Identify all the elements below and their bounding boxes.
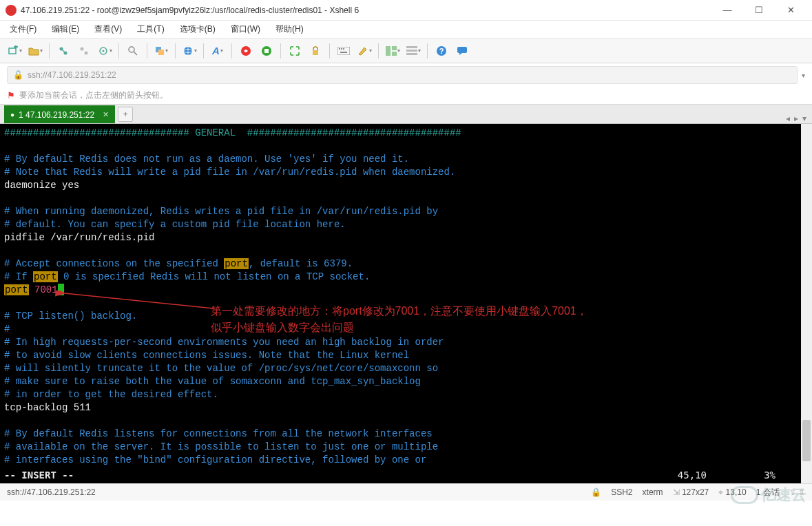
status-termtype: xterm [643,487,663,497]
lock-icon: 🔓 [13,70,23,80]
svg-text:?: ? [439,47,444,55]
menu-bar: 文件(F) 编辑(E) 查看(V) 工具(T) 选项卡(B) 窗口(W) 帮助(… [0,21,812,39]
layout-button[interactable] [384,42,402,60]
highlight-button[interactable] [355,42,373,60]
properties-button[interactable] [96,42,114,60]
svg-rect-23 [341,48,342,50]
tab-menu-icon[interactable]: ▾ [802,114,806,123]
disconnect-button[interactable] [75,42,93,60]
script-run-button[interactable] [237,42,255,60]
toolbar-separator [175,43,176,59]
status-size: 127x27 [682,487,709,497]
svg-point-6 [81,47,84,50]
svg-rect-19 [264,49,269,53]
script-stop-button[interactable] [258,42,275,60]
hint-bar: ⚑ 要添加当前会话，点击左侧的箭头按钮。 [0,87,812,105]
toolbar: A ? [0,39,812,63]
toolbar-separator [49,43,50,59]
menu-edit[interactable]: 编辑(E) [52,23,79,35]
annotation-text: 第一处需要修改的地方：将port修改为7001，注意不要使用小键盘输入7001，… [211,303,658,336]
status-caps: ⇪ ⇭ [789,487,805,497]
close-button[interactable]: ✕ [775,0,806,21]
status-lock-icon: 🔒 [591,487,601,497]
toolbar-separator [280,43,281,59]
status-cursor: 13,10 [726,487,747,497]
status-address: ssh://47.106.219.251:22 [7,487,96,497]
toolbar-separator [147,43,147,59]
svg-rect-0 [9,48,16,54]
session-tab[interactable]: ● 1 47.106.219.251:22 ✕ [4,105,115,123]
svg-rect-34 [457,47,467,53]
status-protocol: SSH2 [611,487,632,497]
chat-button[interactable] [453,42,471,60]
menu-help[interactable]: 帮助(H) [275,23,304,35]
terminal-content: ################################ GENERAL… [0,124,812,470]
tab-prev-icon[interactable]: ◂ [786,114,790,123]
reconnect-button[interactable] [54,42,72,60]
flag-icon: ⚑ [7,90,15,101]
svg-rect-21 [337,47,350,55]
copy-button[interactable] [152,42,170,60]
svg-rect-20 [313,50,318,55]
svg-rect-24 [343,48,344,50]
menu-file[interactable]: 文件(F) [10,23,37,35]
terminal-scrollbar[interactable] [801,124,812,483]
address-input[interactable]: 🔓 ssh://47.106.219.251:22 [7,66,798,84]
new-tab-button[interactable]: + [118,107,133,122]
minimize-button[interactable]: — [711,0,743,21]
address-url: ssh://47.106.219.251:22 [28,70,116,80]
title-bar: 47.106.219.251:22 - root@izwz9ef5sjam9pv… [0,0,812,21]
toolbar-separator [427,43,428,59]
keyboard-button[interactable] [335,42,353,60]
hint-text: 要添加当前会话，点击左侧的箭头按钮。 [19,90,168,101]
tab-bar: ● 1 47.106.219.251:22 ✕ + ◂ ▸ ▾ [0,105,812,124]
address-bar: 🔓 ssh://47.106.219.251:22 ▾ [0,63,812,87]
svg-rect-30 [406,50,417,52]
open-button[interactable] [26,42,44,60]
address-dropdown-icon[interactable]: ▾ [802,72,805,79]
svg-rect-27 [392,46,397,50]
svg-line-5 [62,50,65,52]
svg-rect-22 [339,48,340,50]
svg-line-11 [134,52,137,55]
toolbar-separator [231,43,232,59]
window-title: 47.106.219.251:22 - root@izwz9ef5sjam9pv… [21,6,359,15]
toolbar-separator [378,43,379,59]
svg-rect-13 [158,50,164,55]
tab-status-icon: ● [10,111,14,118]
app-icon [6,5,17,16]
find-button[interactable] [124,42,142,60]
vim-mode: -- INSERT -- [4,470,74,481]
menu-view[interactable]: 查看(V) [94,23,122,35]
new-session-button[interactable] [6,42,23,60]
terminal[interactable]: ################################ GENERAL… [0,124,812,483]
svg-rect-31 [406,53,417,55]
svg-rect-26 [386,46,391,56]
toolbar-separator [203,43,204,59]
globe-button[interactable] [180,42,198,60]
menu-tab[interactable]: 选项卡(B) [180,23,216,35]
maximize-button[interactable]: ☐ [743,0,775,21]
svg-rect-28 [392,52,397,56]
toolbar-separator [329,43,330,59]
status-bar: ssh://47.106.219.251:22 🔒 SSH2 xterm ⇲ 1… [0,483,812,501]
fullscreen-button[interactable] [286,42,304,60]
cursor [58,284,64,295]
menu-tools[interactable]: 工具(T) [137,23,164,35]
vim-percent: 3% [764,470,775,481]
tab-label: 1 47.106.219.251:22 [19,110,94,120]
tab-next-icon[interactable]: ▸ [794,114,798,123]
svg-point-7 [85,51,88,54]
vim-position: 45,10 [678,470,707,481]
svg-point-10 [129,47,134,52]
window-controls: — ☐ ✕ [711,0,806,21]
status-sessions: 1 会话 [756,487,780,498]
view-button[interactable] [404,42,422,60]
font-button[interactable]: A [209,42,227,60]
scrollbar-thumb[interactable] [802,420,811,461]
tab-close-icon[interactable]: ✕ [103,110,109,119]
svg-rect-25 [340,52,347,53]
lock-button[interactable] [306,42,324,60]
menu-window[interactable]: 窗口(W) [231,23,260,35]
help-button[interactable]: ? [433,42,450,60]
